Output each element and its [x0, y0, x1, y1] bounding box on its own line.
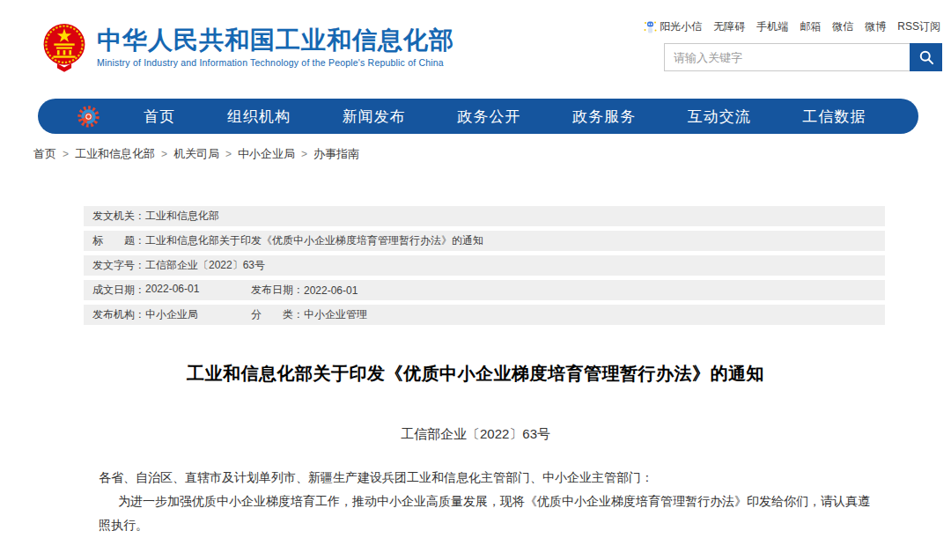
mascot-icon — [644, 20, 657, 34]
nav-item-organization[interactable]: 组织机构 — [227, 107, 291, 127]
salutation-paragraph: 各省、自治区、直辖市及计划单列市、新疆生产建设兵团工业和信息化主管部门、中小企业… — [99, 466, 881, 490]
breadcrumb-home[interactable]: 首页 — [33, 146, 56, 162]
nav-item-news[interactable]: 新闻发布 — [343, 107, 406, 127]
breadcrumb-service-guide[interactable]: 办事指南 — [313, 146, 359, 162]
quick-link-mail[interactable]: 邮箱 — [800, 19, 821, 34]
quick-links: 阳光小信 无障碍 手机端 邮箱 微信 微博 RSS订阅 — [644, 19, 940, 34]
breadcrumb-separator: > — [225, 148, 232, 160]
quick-link-mobile[interactable]: 手机端 — [756, 19, 788, 34]
search-box — [664, 43, 942, 71]
document-main: 发文机关：工业和信息化部 标 题：工业和信息化部关于印发《优质中小企业梯度培育管… — [0, 206, 951, 560]
meta-row-dates: 成文日期：2022-06-01 发布日期：2022-06-01 — [84, 280, 885, 300]
meta-row-title: 标 题：工业和信息化部关于印发《优质中小企业梯度培育管理暂行办法》的通知 — [84, 231, 885, 251]
meta-label: 分 类： — [251, 307, 304, 322]
quick-link-label: 阳光小信 — [660, 19, 702, 34]
document-body: 各省、自治区、直辖市及计划单列市、新疆生产建设兵团工业和信息化主管部门、中小企业… — [99, 466, 881, 537]
quick-link-sunshine-xiaoxin[interactable]: 阳光小信 — [644, 19, 702, 34]
nav-item-gov-disclosure[interactable]: 政务公开 — [457, 107, 520, 127]
document-number: 工信部企业〔2022〕63号 — [0, 426, 951, 443]
meta-row-issuing-authority: 发文机关：工业和信息化部 — [84, 206, 885, 226]
quick-link-rss[interactable]: RSS订阅 — [897, 19, 940, 34]
breadcrumb-separator: > — [301, 148, 307, 160]
nav-item-home[interactable]: 首页 — [144, 107, 175, 127]
meta-row-doc-number: 发文字号：工信部企业〔2022〕63号 — [84, 255, 885, 276]
nav-item-miit-data[interactable]: 工信数据 — [803, 107, 866, 127]
meta-value: 2022-06-01 — [145, 283, 199, 298]
quick-link-wechat[interactable]: 微信 — [832, 19, 853, 34]
nav-items: 首页 组织机构 新闻发布 政务公开 政务服务 互动交流 工信数据 — [100, 107, 918, 127]
site-subtitle: Ministry of Industry and Information Tec… — [97, 57, 454, 68]
breadcrumb-separator: > — [63, 148, 69, 160]
nav-item-interaction[interactable]: 互动交流 — [688, 107, 751, 127]
doc-meta-table: 发文机关：工业和信息化部 标 题：工业和信息化部关于印发《优质中小企业梯度培育管… — [84, 206, 885, 325]
site-brand: 中华人民共和国工业和信息化部 Ministry of Industry and … — [41, 21, 454, 72]
breadcrumb-sme-bureau[interactable]: 中小企业局 — [238, 146, 295, 162]
breadcrumb-departments[interactable]: 机关司局 — [173, 146, 219, 162]
search-button[interactable] — [910, 43, 942, 71]
meta-value: 工信部企业〔2022〕63号 — [145, 258, 265, 273]
meta-value: 2022-06-01 — [304, 284, 358, 297]
breadcrumb-miit[interactable]: 工业和信息化部 — [75, 146, 155, 162]
meta-value: 工业和信息化部 — [145, 209, 219, 224]
search-icon — [918, 48, 935, 66]
breadcrumb-separator: > — [161, 148, 167, 160]
quick-link-accessibility[interactable]: 无障碍 — [713, 19, 745, 34]
miit-logo-icon — [77, 105, 100, 129]
meta-label: 发布机构： — [92, 307, 145, 322]
quick-link-weibo[interactable]: 微博 — [865, 19, 886, 34]
meta-value: 中小企业管理 — [304, 307, 367, 322]
meta-label: 发布日期： — [251, 283, 304, 298]
meta-row-publisher-category: 发布机构：中小企业局 分 类：中小企业管理 — [84, 305, 885, 325]
brand-text: 中华人民共和国工业和信息化部 Ministry of Industry and … — [97, 26, 454, 68]
main-nav: 首页 组织机构 新闻发布 政务公开 政务服务 互动交流 工信数据 — [38, 99, 918, 134]
document-title: 工业和信息化部关于印发《优质中小企业梯度培育管理暂行办法》的通知 — [35, 362, 916, 386]
site-title: 中华人民共和国工业和信息化部 — [97, 26, 454, 55]
meta-label: 发文机关： — [92, 209, 145, 224]
meta-value: 工业和信息化部关于印发《优质中小企业梯度培育管理暂行办法》的通知 — [145, 233, 483, 248]
nav-item-gov-services[interactable]: 政务服务 — [572, 107, 636, 127]
site-header: 中华人民共和国工业和信息化部 Ministry of Industry and … — [0, 0, 951, 99]
meta-label: 成文日期： — [92, 283, 145, 298]
breadcrumb: 首页 > 工业和信息化部 > 机关司局 > 中小企业局 > 办事指南 — [33, 146, 951, 162]
meta-label: 发文字号： — [92, 258, 145, 273]
meta-label: 标 题： — [92, 233, 145, 248]
body-paragraph: 为进一步加强优质中小企业梯度培育工作，推动中小企业高质量发展，现将《优质中小企业… — [99, 490, 881, 537]
meta-value: 中小企业局 — [145, 307, 198, 322]
search-input[interactable] — [665, 44, 910, 70]
national-emblem-icon — [41, 21, 88, 72]
